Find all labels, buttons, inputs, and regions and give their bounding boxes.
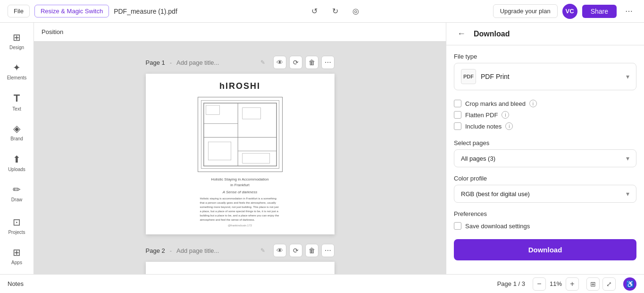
select-pages-value: All pages (3) bbox=[461, 155, 495, 162]
crop-marks-label: Crop marks and bleed bbox=[465, 100, 526, 107]
top-bar: File Resize & Magic Switch PDF_measure (… bbox=[0, 0, 644, 23]
resize-magic-switch-button[interactable]: Resize & Magic Switch bbox=[34, 5, 109, 17]
page-2-title: Page 2 bbox=[146, 247, 165, 254]
floorplan-svg bbox=[201, 101, 279, 168]
sidebar-item-projects[interactable]: ⊡ Projects bbox=[2, 211, 32, 240]
sidebar-item-brand[interactable]: ◈ Brand bbox=[2, 118, 32, 147]
page-2-more-button[interactable]: ⋯ bbox=[321, 244, 335, 257]
include-notes-label: Include notes bbox=[465, 123, 502, 130]
page-1-slide[interactable]: hIROSHI bbox=[146, 74, 335, 234]
sidebar-item-label-apps: Apps bbox=[11, 260, 22, 265]
sidebar-item-apps[interactable]: ⊞ Apps bbox=[2, 242, 32, 271]
upgrade-plan-button[interactable]: Upgrade your plan bbox=[493, 4, 558, 18]
file-type-dropdown[interactable]: PDF PDF Print ▾ bbox=[454, 63, 636, 90]
timer-button[interactable]: ◎ bbox=[348, 4, 363, 19]
crop-marks-info-icon[interactable]: i bbox=[529, 100, 537, 107]
design-icon: ⊞ bbox=[13, 32, 21, 43]
page-1-actions: 👁 ⟳ 🗑 ⋯ bbox=[273, 56, 335, 69]
color-profile-dropdown[interactable]: RGB (best for digital use) ▾ bbox=[454, 185, 636, 203]
save-settings-checkbox[interactable] bbox=[454, 222, 461, 230]
share-button[interactable]: Share bbox=[582, 5, 617, 18]
flatten-pdf-info-icon[interactable]: i bbox=[502, 111, 509, 119]
page-2-animate-button[interactable]: ⟳ bbox=[289, 244, 302, 257]
zoom-out-button[interactable]: − bbox=[533, 277, 546, 291]
pdf-options-section: Crop marks and bleed i Flatten PDF i Inc… bbox=[454, 98, 636, 132]
redo-button[interactable]: ↻ bbox=[327, 4, 343, 19]
page-1-name-input[interactable] bbox=[176, 59, 256, 66]
svg-rect-5 bbox=[206, 105, 219, 114]
page-1-show-button[interactable]: 👁 bbox=[273, 56, 286, 69]
canvas-area: Position Page 1 - ✎ 👁 ⟳ 🗑 ⋯ bbox=[34, 23, 446, 274]
sidebar: ⊞ Design ✦ Elements T Text ◈ Brand ⬆ Upl… bbox=[0, 23, 34, 274]
zoom-in-button[interactable]: + bbox=[566, 277, 579, 291]
chevron-down-icon: ▾ bbox=[626, 73, 629, 80]
flatten-pdf-checkbox[interactable] bbox=[454, 111, 461, 119]
panel-title: Download bbox=[474, 30, 510, 38]
page-2-delete-button[interactable]: 🗑 bbox=[305, 244, 318, 257]
include-notes-checkbox[interactable] bbox=[454, 122, 461, 130]
draw-icon: ✏ bbox=[13, 184, 21, 195]
fullscreen-button[interactable]: ⤢ bbox=[602, 277, 616, 291]
page-1-container: Page 1 - ✎ 👁 ⟳ 🗑 ⋯ hIROSHI bbox=[146, 56, 335, 234]
brand-icon: ◈ bbox=[13, 123, 20, 134]
file-type-name: PDF Print bbox=[481, 73, 510, 80]
page-2-name-input[interactable] bbox=[176, 247, 256, 254]
svg-rect-6 bbox=[242, 108, 260, 119]
page-2-slide[interactable]: Talking About Modular Homes bbox=[146, 262, 335, 274]
uploads-icon: ⬆ bbox=[13, 154, 21, 165]
avatar[interactable]: VC bbox=[562, 4, 577, 19]
page-1-delete-button[interactable]: 🗑 bbox=[305, 56, 318, 69]
page-1-edit-icon: ✎ bbox=[260, 59, 265, 66]
pdf-icon: PDF bbox=[461, 69, 476, 84]
file-button[interactable]: File bbox=[8, 5, 30, 17]
page-2-separator: - bbox=[170, 247, 172, 254]
panel-close-button[interactable]: ← bbox=[454, 26, 469, 42]
canvas-scroll[interactable]: Page 1 - ✎ 👁 ⟳ 🗑 ⋯ hIROSHI bbox=[34, 42, 446, 274]
elements-icon: ✦ bbox=[13, 62, 21, 73]
include-notes-row: Include notes i bbox=[454, 121, 636, 132]
floorplan-inner bbox=[201, 100, 279, 169]
file-type-left: PDF PDF Print bbox=[461, 69, 510, 84]
svg-rect-0 bbox=[203, 103, 276, 166]
main-area: ⊞ Design ✦ Elements T Text ◈ Brand ⬆ Upl… bbox=[0, 23, 644, 274]
undo-button[interactable]: ↺ bbox=[307, 4, 322, 19]
sidebar-item-design[interactable]: ⊞ Design bbox=[2, 26, 32, 55]
slide-body-text: Holistic staying is accommodation in Fra… bbox=[200, 197, 280, 222]
sidebar-item-uploads[interactable]: ⬆ Uploads bbox=[2, 148, 32, 177]
sidebar-item-label-uploads: Uploads bbox=[8, 167, 25, 172]
grid-view-button[interactable]: ⊞ bbox=[586, 277, 600, 291]
page-2-header: Page 2 - ✎ 👁 ⟳ 🗑 ⋯ bbox=[146, 244, 335, 257]
page-1-header: Page 1 - ✎ 👁 ⟳ 🗑 ⋯ bbox=[146, 56, 335, 69]
top-bar-right: Upgrade your plan VC Share ⋯ bbox=[493, 4, 636, 19]
select-pages-dropdown[interactable]: All pages (3) ▾ bbox=[454, 149, 636, 167]
slide-footer: @frankinclusin.172 bbox=[228, 224, 252, 227]
page-2-container: Page 2 - ✎ 👁 ⟳ 🗑 ⋯ Talking About Modular… bbox=[146, 244, 335, 274]
position-bar: Position bbox=[34, 23, 446, 42]
sidebar-item-draw[interactable]: ✏ Draw bbox=[2, 179, 32, 208]
notes-button[interactable]: Notes bbox=[8, 280, 24, 287]
projects-icon: ⊡ bbox=[13, 216, 21, 228]
download-button[interactable]: Download bbox=[454, 239, 636, 260]
sidebar-item-label-elements: Elements bbox=[7, 75, 27, 80]
page-1-more-button[interactable]: ⋯ bbox=[321, 56, 335, 69]
page-2-show-button[interactable]: 👁 bbox=[273, 244, 286, 257]
accessibility-icon: ♿ bbox=[623, 277, 636, 291]
zoom-controls: − 11% + bbox=[533, 277, 579, 291]
more-options-button[interactable]: ⋯ bbox=[621, 4, 636, 19]
page-1-animate-button[interactable]: ⟳ bbox=[289, 56, 302, 69]
bottom-bar: Notes Page 1 / 3 − 11% + ⊞ ⤢ ♿ bbox=[0, 274, 644, 293]
svg-rect-8 bbox=[242, 153, 269, 163]
save-settings-label: Save download settings bbox=[465, 223, 530, 230]
sidebar-item-label-brand: Brand bbox=[10, 136, 23, 141]
include-notes-info-icon[interactable]: i bbox=[505, 122, 513, 130]
slide-sense-title: A Sense of darkness bbox=[223, 190, 258, 195]
panel-body: File type PDF PDF Print ▾ Crop marks and… bbox=[446, 45, 644, 274]
crop-marks-checkbox[interactable] bbox=[454, 100, 461, 107]
top-bar-center: ↺ ↻ ◎ bbox=[177, 4, 493, 19]
zoom-value: 11% bbox=[550, 280, 562, 287]
sidebar-item-text[interactable]: T Text bbox=[2, 87, 32, 116]
preferences-label: Preferences bbox=[454, 210, 636, 217]
sidebar-item-elements[interactable]: ✦ Elements bbox=[2, 57, 32, 86]
color-profile-section: Color profile RGB (best for digital use)… bbox=[454, 175, 636, 203]
color-profile-label: Color profile bbox=[454, 175, 636, 182]
